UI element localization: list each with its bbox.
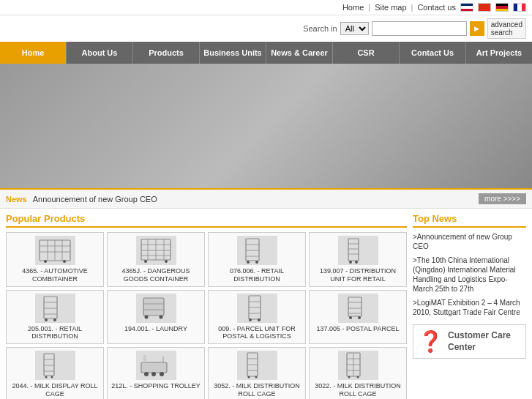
sep1: | — [368, 3, 370, 12]
flag-uk-icon[interactable] — [460, 3, 473, 12]
product-item[interactable]: 3052. - MILK DISTRIBUTION ROLL CAGE — [208, 347, 306, 399]
nav-products[interactable]: Products — [133, 42, 200, 64]
svg-point-72 — [255, 376, 258, 379]
product-item[interactable]: 2044. - MILK DISPLAY ROLL CAGE — [6, 347, 104, 399]
svg-point-57 — [45, 376, 48, 379]
product-name: 212L. - SHOPPING TROLLEY — [111, 382, 200, 390]
nav-home[interactable]: Home — [0, 42, 67, 64]
product-image — [136, 351, 176, 380]
svg-point-34 — [53, 318, 56, 321]
sitemap-link[interactable]: Site map — [375, 3, 406, 12]
svg-rect-23 — [348, 239, 359, 261]
product-item[interactable]: 009. - PARCEL UNIT FOR POSTAL & LOGISTIC… — [208, 290, 306, 345]
svg-point-51 — [349, 316, 352, 319]
product-item[interactable]: 4365J. - DANGEROUS GOODS CONTAINER — [107, 232, 205, 287]
product-image — [338, 236, 378, 265]
svg-point-22 — [255, 261, 258, 264]
product-item[interactable]: 212L. - SHOPPING TROLLEY — [107, 347, 205, 399]
product-image — [237, 351, 277, 380]
product-name: 4365J. - DANGEROUS GOODS CONTAINER — [110, 267, 201, 283]
product-name: 139.007 - DISTRIBUTION UNIT FOR RETAIL — [312, 267, 403, 283]
sep2: | — [411, 3, 413, 12]
svg-point-66 — [151, 372, 156, 376]
svg-point-45 — [249, 318, 252, 321]
search-select[interactable]: All — [340, 22, 369, 35]
flag-fr-icon[interactable] — [513, 3, 526, 12]
svg-rect-53 — [44, 354, 54, 376]
svg-point-52 — [358, 316, 361, 319]
svg-rect-59 — [141, 362, 167, 373]
svg-point-40 — [160, 315, 163, 318]
product-item[interactable]: 139.007 - DISTRIBUTION UNIT FOR RETAIL — [309, 232, 407, 287]
search-input[interactable] — [372, 21, 467, 36]
product-image — [237, 236, 277, 265]
nav-news[interactable]: News & Career — [266, 42, 333, 64]
product-image — [338, 351, 378, 380]
svg-point-39 — [145, 315, 149, 318]
product-name: 205.001. - RETAIL DISTRIBUTION — [10, 325, 100, 341]
product-item[interactable]: 137.005 - POSTAL PARCEL — [309, 290, 407, 345]
news-more-button[interactable]: more >>>> — [479, 193, 526, 204]
main-content: Popular Products 4365. - AUTOMOTIVE COMB… — [0, 209, 532, 399]
news-item[interactable]: >LogiMAT Exhibition 2 – 4 March 2010, St… — [413, 298, 526, 317]
home-link[interactable]: Home — [342, 3, 364, 12]
nav-csr[interactable]: CSR — [333, 42, 400, 64]
svg-point-79 — [357, 376, 359, 379]
popular-products-title: Popular Products — [6, 213, 407, 228]
svg-point-15 — [144, 260, 147, 263]
product-name: 194.001. - LAUNDRY — [124, 325, 187, 333]
nav-art[interactable]: Art Projects — [466, 42, 532, 64]
product-name: 076.006. - RETAIL DISTRIBUTION — [211, 267, 302, 283]
top-bar: Home | Site map | Contact us — [0, 0, 532, 15]
news-ticker: News Announcement of new Group CEO more … — [0, 188, 532, 209]
flag-de-icon[interactable] — [495, 3, 509, 12]
product-image — [35, 236, 75, 265]
product-item[interactable]: 3022. - MILK DISTRIBUTION ROLL CAGE — [309, 347, 407, 399]
svg-rect-29 — [44, 297, 57, 318]
nav-about[interactable]: About Us — [67, 42, 133, 64]
nav-contact[interactable]: Contact Us — [400, 42, 466, 64]
news-item[interactable]: >Announcement of new Group CEO — [413, 232, 526, 251]
svg-point-21 — [247, 261, 250, 264]
svg-point-46 — [258, 318, 261, 321]
product-name: 2044. - MILK DISPLAY ROLL CAGE — [10, 382, 100, 398]
flag-cn-icon[interactable] — [478, 3, 491, 12]
svg-point-6 — [44, 260, 47, 263]
nav-business[interactable]: Business Units — [200, 42, 266, 64]
customer-care-label: Customer Care Center — [448, 330, 521, 353]
product-item[interactable]: 194.001. - LAUNDRY — [107, 290, 205, 345]
product-image — [338, 294, 378, 323]
product-image — [237, 294, 277, 323]
hero-banner — [0, 64, 532, 188]
product-name: 3022. - MILK DISTRIBUTION ROLL CAGE — [312, 382, 403, 398]
svg-point-64 — [144, 372, 149, 376]
product-image — [35, 294, 75, 323]
svg-point-7 — [63, 260, 66, 263]
contact-link[interactable]: Contact us — [417, 3, 456, 12]
navigation: Home About Us Products Business Units Ne… — [0, 42, 532, 64]
product-name: 137.005 - POSTAL PARCEL — [317, 325, 400, 333]
product-item[interactable]: 076.006. - RETAIL DISTRIBUTION — [208, 232, 306, 287]
search-button[interactable] — [470, 21, 484, 36]
svg-point-27 — [349, 261, 352, 264]
top-news-title: Top News — [413, 213, 526, 228]
svg-point-71 — [248, 376, 250, 379]
product-item[interactable]: 4365. - AUTOMOTIVE COMBITAINER — [6, 232, 104, 287]
hero-image — [0, 64, 532, 188]
product-image — [136, 236, 176, 265]
news-text: Announcement of new Group CEO — [33, 195, 473, 204]
product-name: 3052. - MILK DISTRIBUTION ROLL CAGE — [211, 382, 302, 398]
svg-rect-35 — [143, 298, 164, 316]
news-label: News — [6, 195, 27, 204]
customer-care-icon: ❓ — [418, 329, 443, 354]
product-name: 009. - PARCEL UNIT FOR POSTAL & LOGISTIC… — [211, 325, 302, 341]
svg-point-65 — [160, 372, 164, 376]
product-image — [136, 294, 176, 323]
svg-rect-63 — [143, 355, 146, 362]
product-item[interactable]: 205.001. - RETAIL DISTRIBUTION — [6, 290, 104, 345]
advanced-search-link[interactable]: advancedsearch — [487, 18, 526, 39]
search-bar: Search in All advancedsearch — [0, 15, 532, 42]
news-item[interactable]: >The 10th China International (Qingdao) … — [413, 256, 526, 294]
product-grid: 4365. - AUTOMOTIVE COMBITAINER 4365J. - … — [6, 232, 407, 399]
customer-care-widget[interactable]: ❓ Customer Care Center — [413, 324, 526, 359]
